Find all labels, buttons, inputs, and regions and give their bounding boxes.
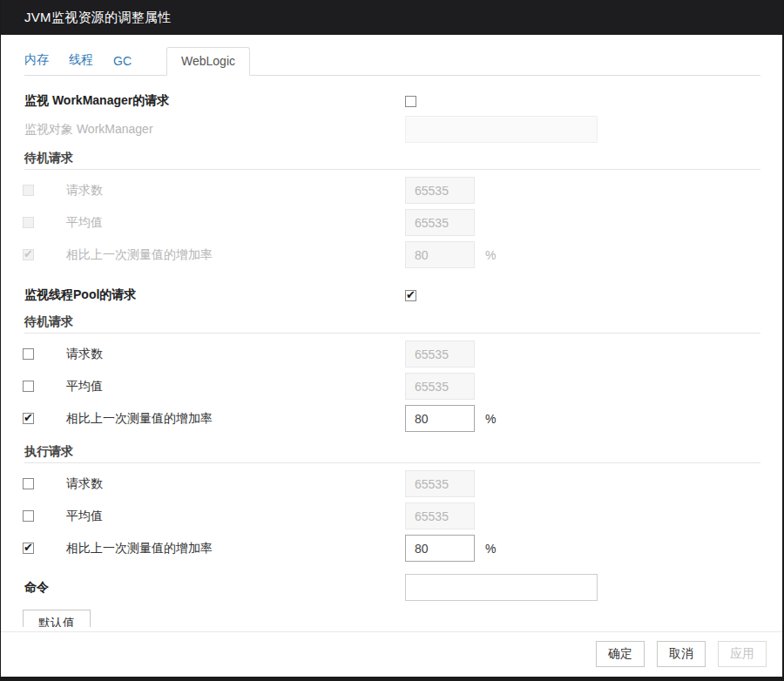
- monitor-workmanager-row: 监视 WorkManager的请求: [24, 89, 760, 113]
- value-input-tp-standby-average: [405, 373, 475, 400]
- cancel-button[interactable]: 取消: [657, 641, 706, 667]
- field-label: 相比上一次测量值的增加率: [66, 411, 405, 427]
- field-label: 请求数: [66, 183, 405, 199]
- percent-unit: %: [485, 542, 496, 556]
- dialog-content: 内存 线程 GC WebLogic 监视 WorkManager的请求 监视对象…: [1, 35, 782, 627]
- field-row-tp-standby-request-count: 请求数: [24, 340, 760, 367]
- apply-button: 应用: [718, 641, 767, 667]
- field-label: 平均值: [66, 379, 405, 394]
- field-label: 平均值: [66, 215, 405, 231]
- command-input[interactable]: [405, 574, 598, 601]
- percent-unit: %: [485, 412, 496, 426]
- field-row-wm-average: 平均值: [24, 209, 760, 236]
- value-input-wm-request-count: [405, 177, 475, 204]
- section-header-wm-standby: 待机请求: [24, 151, 760, 170]
- field-label: 请求数: [66, 347, 405, 362]
- tab-gc[interactable]: GC: [113, 48, 132, 75]
- dialog-window: JVM监视资源的调整属性 内存 线程 GC WebLogic 监视 WorkMa…: [0, 0, 784, 681]
- workmanager-target-label: 监视对象 WorkManager: [24, 122, 405, 138]
- checkbox-tp-execute-increase-rate[interactable]: [23, 543, 34, 554]
- field-row-tp-execute-request-count: 请求数: [24, 470, 760, 497]
- field-label: 平均值: [66, 509, 405, 524]
- field-label: 请求数: [66, 476, 405, 492]
- monitor-threadpool-checkbox[interactable]: [405, 290, 416, 301]
- ok-button[interactable]: 确定: [596, 641, 645, 667]
- checkbox-tp-execute-average[interactable]: [23, 510, 34, 522]
- workmanager-target-row: 监视对象 WorkManager: [24, 116, 760, 143]
- tab-weblogic[interactable]: WebLogic: [166, 47, 250, 76]
- command-label: 命令: [24, 580, 405, 596]
- titlebar: JVM监视资源的调整属性: [1, 0, 782, 35]
- percent-unit: %: [485, 248, 496, 262]
- monitor-workmanager-label: 监视 WorkManager的请求: [24, 93, 405, 109]
- field-row-wm-increase-rate: 相比上一次测量值的增加率 %: [24, 241, 760, 268]
- checkbox-wm-request-count: [23, 185, 34, 196]
- field-row-tp-standby-increase-rate: 相比上一次测量值的增加率 %: [24, 405, 760, 432]
- checkbox-tp-execute-request-count[interactable]: [23, 478, 34, 489]
- tab-memory[interactable]: 内存: [24, 46, 49, 75]
- checkbox-tp-standby-increase-rate[interactable]: [23, 413, 34, 424]
- checkbox-tp-standby-request-count[interactable]: [23, 348, 34, 360]
- section-header-tp-execute: 执行请求: [24, 444, 760, 463]
- command-row: 命令: [24, 574, 760, 601]
- tab-bar: 内存 线程 GC WebLogic: [24, 46, 760, 76]
- checkbox-wm-increase-rate: [23, 249, 34, 260]
- tp-execute-rows: 请求数 平均值 相比上一次测量值的增加率 %: [24, 470, 760, 562]
- monitor-threadpool-row: 监视线程Pool的请求: [24, 284, 760, 307]
- field-row-tp-execute-average: 平均值: [24, 502, 760, 529]
- value-input-wm-increase-rate: [405, 241, 475, 268]
- field-label: 相比上一次测量值的增加率: [66, 541, 405, 556]
- tab-thread[interactable]: 线程: [69, 46, 93, 75]
- dialog-title: JVM监视资源的调整属性: [24, 10, 172, 24]
- wm-standby-rows: 请求数 平均值 相比上一次测量值的增加率 %: [24, 177, 760, 268]
- field-row-tp-execute-increase-rate: 相比上一次测量值的增加率 %: [24, 535, 760, 562]
- field-row-wm-request-count: 请求数: [24, 177, 760, 204]
- checkbox-tp-standby-average[interactable]: [23, 381, 34, 392]
- monitor-threadpool-label: 监视线程Pool的请求: [24, 287, 405, 303]
- value-input-tp-standby-increase-rate[interactable]: [405, 405, 475, 432]
- checkbox-wm-average: [23, 217, 34, 228]
- default-button[interactable]: 默认值: [23, 610, 91, 627]
- footer: 确定 取消 应用: [1, 631, 782, 677]
- value-input-tp-execute-average: [405, 502, 475, 529]
- value-input-wm-average: [405, 209, 475, 236]
- field-label: 相比上一次测量值的增加率: [66, 247, 405, 263]
- value-input-tp-standby-request-count: [405, 340, 475, 367]
- field-row-tp-standby-average: 平均值: [24, 373, 760, 400]
- value-input-tp-execute-request-count: [405, 470, 475, 497]
- value-input-tp-execute-increase-rate[interactable]: [405, 535, 475, 562]
- workmanager-target-input: [405, 116, 598, 143]
- tp-standby-rows: 请求数 平均值 相比上一次测量值的增加率 %: [24, 340, 760, 432]
- section-header-tp-standby: 待机请求: [24, 314, 760, 334]
- monitor-workmanager-checkbox[interactable]: [405, 96, 416, 107]
